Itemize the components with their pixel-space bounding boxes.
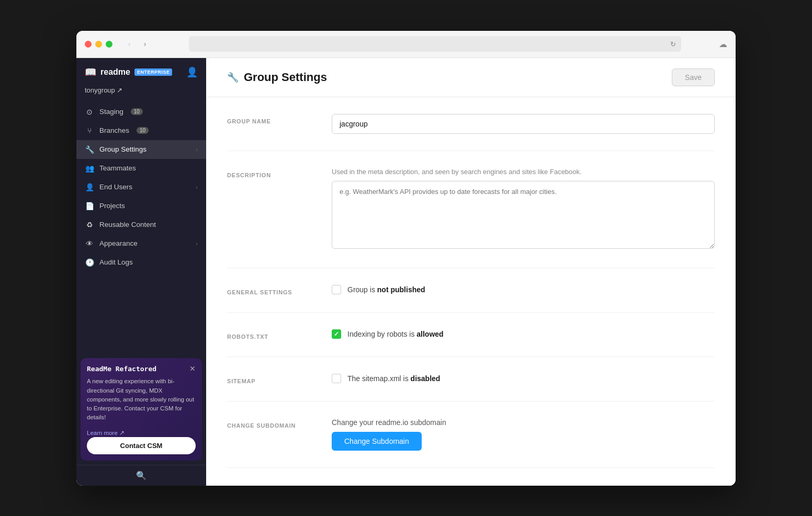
robots-label: ROBOTS.TXT [227,329,311,340]
forward-button[interactable]: › [139,38,151,50]
promo-close-button[interactable]: ✕ [189,364,196,373]
description-label-col: DESCRIPTION [227,168,311,251]
teammates-label: Teammates [99,164,136,172]
group-settings-label: Group Settings [99,145,146,153]
end-users-icon: 👤 [85,182,94,192]
sidebar: 📖 readme ENTERPRISE 👤 tonygroup ↗ ⊙ Stag… [76,58,206,486]
sidebar-search[interactable]: 🔍 [76,465,206,486]
audit-logs-label: Audit Logs [99,258,133,266]
robots-label-col: ROBOTS.TXT [227,329,311,340]
general-settings-field-col: Group is not published [332,285,715,295]
description-section: DESCRIPTION Used in the meta description… [227,151,715,268]
sitemap-checkbox[interactable] [332,374,341,383]
sidebar-item-end-users[interactable]: 👤 End Users › [76,178,206,197]
nav-arrows: ‹ › [123,38,151,50]
subdomain-label-col: CHANGE SUBDOMAIN [227,418,311,451]
logo-icon: 📖 [85,66,96,78]
promo-title: ReadMe Refactored [87,365,156,373]
sitemap-field-col: The sitemap.xml is disabled [332,374,715,384]
sitemap-label-text: The sitemap.xml is disabled [347,374,440,383]
group-name-input[interactable] [332,114,715,134]
description-label: DESCRIPTION [227,168,311,178]
published-checkbox[interactable] [332,285,341,294]
robots-checkbox[interactable]: ✓ [332,329,341,339]
branches-label: Branches [99,127,129,134]
general-settings-section: GENERAL SETTINGS Group is not published [227,268,715,313]
main-content: 🔧 Group Settings Save GROUP NAME [206,58,736,486]
staging-icon: ⊙ [85,107,94,117]
sitemap-status: disabled [411,374,441,383]
fullscreen-button[interactable] [106,41,112,48]
staging-label: Staging [99,108,123,116]
sidebar-item-teammates[interactable]: 👥 Teammates [76,159,206,178]
subdomain-field-col: Change your readme.io subdomain Change S… [332,418,715,451]
appearance-label: Appearance [99,239,138,247]
sitemap-label: SITEMAP [227,374,311,384]
cloud-icon: ☁ [719,39,727,49]
logo-text: readme [100,67,130,77]
projects-label: Projects [99,202,125,210]
sitemap-checkbox-row: The sitemap.xml is disabled [332,374,715,383]
logo-area: 📖 readme ENTERPRISE [85,66,172,78]
reusable-content-icon: ♻ [85,220,94,230]
user-icon[interactable]: 👤 [186,66,198,78]
address-bar[interactable]: ↻ [189,36,681,52]
sidebar-item-group-settings[interactable]: 🔧 Group Settings › [76,140,206,159]
projects-icon: 📄 [85,201,94,211]
teammates-icon: 👥 [85,164,94,173]
refresh-icon[interactable]: ↻ [670,40,676,48]
robots-checkbox-row: ✓ Indexing by robots is allowed [332,329,715,339]
promo-header: ReadMe Refactored ✕ [87,364,196,373]
page-title: Group Settings [244,71,327,84]
general-settings-label: GENERAL SETTINGS [227,285,311,295]
group-name-field-col [332,114,715,134]
promo-description: A new editing experience with bi-directi… [87,377,196,422]
back-button[interactable]: ‹ [123,38,136,50]
sidebar-item-branches[interactable]: ⑂ Branches 10 [76,121,206,140]
reusable-content-label: Reusable Content [99,221,156,228]
sidebar-item-appearance[interactable]: 👁 Appearance › [76,234,206,253]
form-content: GROUP NAME DESCRIPTION Used in the meta … [206,97,736,486]
sidebar-item-reusable-content[interactable]: ♻ Reusable Content [76,215,206,234]
workspace-name: tonygroup ↗ [85,86,122,94]
minimize-button[interactable] [95,41,102,48]
save-button[interactable]: Save [672,68,715,86]
page-title-area: 🔧 Group Settings [227,71,327,84]
appearance-chevron-icon: › [196,240,198,247]
group-name-label-col: GROUP NAME [227,114,311,134]
robots-status: allowed [416,330,443,338]
promo-learn-more-link[interactable]: Learn more ↗ [87,430,125,436]
sidebar-item-staging[interactable]: ⊙ Staging 10 [76,102,206,121]
end-users-label: End Users [99,183,132,191]
subdomain-hint: Change your readme.io subdomain [332,418,715,427]
contact-csm-button[interactable]: Contact CSM [87,437,196,454]
branches-badge: 10 [137,127,149,134]
description-textarea[interactable] [332,181,715,249]
search-icon: 🔍 [136,471,146,480]
group-settings-chevron-icon: › [196,146,198,153]
main-layout: 📖 readme ENTERPRISE 👤 tonygroup ↗ ⊙ Stag… [76,58,736,486]
staging-badge: 10 [131,108,143,115]
audit-logs-icon: 🕐 [85,258,94,267]
sidebar-item-projects[interactable]: 📄 Projects [76,197,206,215]
robots-section: ROBOTS.TXT ✓ Indexing by robots is allow… [227,313,715,357]
sidebar-header: 📖 readme ENTERPRISE 👤 [76,58,206,84]
published-label: Group is not published [347,285,425,294]
enterprise-badge: ENTERPRISE [134,68,173,76]
group-name-label: GROUP NAME [227,114,311,124]
workspace-row[interactable]: tonygroup ↗ [76,84,206,100]
general-settings-label-col: GENERAL SETTINGS [227,285,311,295]
content-header: 🔧 Group Settings Save [206,58,736,97]
end-users-chevron-icon: › [196,184,198,190]
subdomain-button[interactable]: Change Subdomain [332,432,422,451]
sidebar-item-audit-logs[interactable]: 🕐 Audit Logs [76,253,206,272]
sidebar-nav: ⊙ Staging 10 ⑂ Branches 10 🔧 Group Setti… [76,100,206,354]
group-name-section: GROUP NAME [227,97,715,151]
promo-card: ReadMe Refactored ✕ A new editing experi… [81,358,202,460]
robots-label-text: Indexing by robots is allowed [347,330,444,338]
description-field-col: Used in the meta description, and seen b… [332,168,715,251]
app-window: ‹ › ↻ ☁ 📖 readme ENTERPRISE 👤 tonygroup … [76,31,736,486]
close-button[interactable] [85,41,92,48]
robots-field-col: ✓ Indexing by robots is allowed [332,329,715,340]
sitemap-section: SITEMAP The sitemap.xml is disabled [227,357,715,402]
